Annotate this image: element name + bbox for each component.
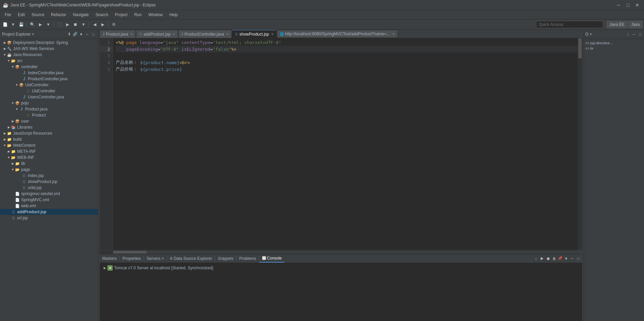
menu-refactor[interactable]: Refactor (48, 11, 69, 18)
tab-snippets[interactable]: Snippets (215, 255, 236, 263)
tab-product-java[interactable]: J Product.java ✕ (100, 30, 136, 38)
tree-deployment[interactable]: ▶ 📦 Deployment Descriptor: Spring (0, 40, 98, 46)
tree-js-resources[interactable]: ▶ 📁 JavaScript Resources (0, 130, 98, 136)
tab-product-controller[interactable]: J ProductController.java ✕ (178, 30, 232, 38)
code-editor[interactable]: 1 2 3 4 5 <%@ page language = "j (100, 38, 582, 250)
menu-project[interactable]: Project (112, 11, 131, 18)
close-tab-icon[interactable]: ✕ (392, 32, 395, 36)
close-button[interactable]: ✕ (633, 2, 641, 8)
outline-maximize-icon[interactable]: □ (637, 32, 643, 37)
collapse-all-icon[interactable]: ⬇ (66, 32, 72, 37)
toolbar-more[interactable]: ⚙ (110, 21, 117, 28)
tree-uid-controller-pkg[interactable]: ▼ 📦 UidController (0, 82, 98, 88)
tree-page[interactable]: ▼ 📂 page (0, 167, 98, 173)
tab-datasource[interactable]: ⚙ Data Source Explorer (167, 255, 215, 263)
toolbar-debug[interactable]: 🔍 (29, 21, 36, 28)
tree-product-java[interactable]: ▼ J Product.java (0, 106, 98, 112)
tree-urlid-jsp[interactable]: ▶ 🗋 urlid.jsp (0, 185, 98, 191)
scrollbar-thumb[interactable] (578, 38, 582, 58)
toolbar-nav-fwd[interactable]: ▶ (99, 21, 106, 28)
tree-java-resources[interactable]: ▼ ☕ Java Resources (0, 52, 98, 58)
scroll-lock-btn[interactable]: ↕ (533, 256, 539, 261)
tree-src[interactable]: ▼ 📂 src (0, 58, 98, 64)
minimize-bottom-btn[interactable]: ─ (570, 256, 575, 261)
outline-sync-icon[interactable]: ↕ (625, 32, 631, 37)
toolbar-btn5[interactable]: ⏹ (72, 21, 79, 28)
tree-meta-inf[interactable]: ▶ 📁 META-INF (0, 148, 98, 154)
outline-minimize-icon[interactable]: ─ (631, 32, 637, 37)
tree-uid-controller-class[interactable]: ▶ ☉ UidController (0, 88, 98, 94)
close-tab-icon[interactable]: ✕ (172, 32, 175, 36)
server-expand-icon[interactable]: ▶ (104, 266, 106, 270)
outline-item-br[interactable]: <> br (585, 46, 643, 51)
tree-user-pkg[interactable]: ▶ 📦 user (0, 118, 98, 124)
tree-add-product-jsp[interactable]: ▶ 🗋 addProduct.jsp (0, 209, 98, 215)
tab-properties[interactable]: Properties (120, 255, 144, 263)
code-content[interactable]: <%@ page language = "java" contentType =… (113, 38, 578, 250)
menu-edit[interactable]: Edit (14, 11, 28, 18)
toolbar-btn6[interactable]: ▼ (80, 21, 87, 28)
tree-pojo[interactable]: ▼ 📦 pojo (0, 100, 98, 106)
h-scrollbar-thumb[interactable] (113, 251, 147, 254)
tree-index-controller[interactable]: ▶ J IndexController.java (0, 70, 98, 76)
stop-btn[interactable]: ⏹ (545, 256, 551, 261)
tab-show-product-jsp[interactable]: 🗋 showProduct.jsp ✕ (232, 30, 277, 38)
tree-libraries[interactable]: ▶ 📚 Libraries (0, 124, 98, 130)
toolbar-run2[interactable]: ▼ (45, 21, 52, 28)
tree-index-jsp[interactable]: ▶ 🗋 index.jsp (0, 173, 98, 179)
close-tab-icon[interactable]: ✕ (271, 32, 274, 36)
horizontal-scrollbar[interactable] (100, 250, 582, 254)
tree-web-inf[interactable]: ▼ 📂 WEB-INF (0, 154, 98, 160)
close-tab-icon[interactable]: ✕ (130, 32, 133, 36)
java-perspective[interactable]: Java (628, 21, 643, 28)
toolbar-new[interactable]: 📄 (1, 21, 9, 28)
menu-window[interactable]: Window (145, 11, 166, 18)
tab-add-product-jsp[interactable]: 🗋 addProduct.jsp ✕ (136, 30, 178, 38)
tree-spring-mvc-xml[interactable]: ▶ 📄 SpringMVC.xml (0, 197, 98, 203)
tab-problems[interactable]: Problems (236, 255, 259, 263)
remove-all-btn[interactable]: 🗑 (551, 256, 557, 261)
tree-jaxws[interactable]: ▶ 🔧 JAX-WS Web Services (0, 46, 98, 52)
run-btn[interactable]: ▶ (539, 256, 545, 261)
close-tab-icon[interactable]: ✕ (226, 32, 229, 36)
toolbar-btn2[interactable]: ▼ (9, 21, 17, 28)
tab-browser[interactable]: 🌐 http://localhost:8080/SpringMVCTest/ad… (277, 30, 398, 38)
menu-help[interactable]: Help (166, 11, 181, 18)
panel-menu-icon[interactable]: ▼ (78, 32, 84, 37)
toolbar-btn3[interactable]: ⬛ (56, 21, 63, 28)
tree-users-controller[interactable]: ▶ J UsersController.java (0, 94, 98, 100)
menu-navigate[interactable]: Navigate (69, 11, 92, 18)
vertical-scrollbar[interactable] (578, 38, 582, 250)
toolbar-btn4[interactable]: ▶ (64, 21, 71, 28)
maximize-bottom-btn[interactable]: □ (576, 256, 581, 261)
toolbar-run[interactable]: ▶ (37, 21, 44, 28)
tree-url-jsp[interactable]: ▶ 🗋 url.jsp (0, 215, 98, 221)
java-ee-perspective[interactable]: Java EE (606, 21, 628, 28)
server-item[interactable]: ▶ 🖥 Tomcat v7.0 Server at localhost [Sta… (102, 264, 580, 272)
tree-build[interactable]: ▶ 📁 build (0, 136, 98, 142)
tree-springmvc-servlet[interactable]: ▶ 📄 springmvc-servlet.xml (0, 191, 98, 197)
tab-markers[interactable]: Markers (100, 255, 119, 263)
tree-lib[interactable]: ▶ 📁 lib (0, 160, 98, 167)
tree-controller[interactable]: ▼ 📦 controller (0, 64, 98, 70)
minimize-button[interactable]: ─ (614, 2, 623, 8)
tab-console[interactable]: ⬜ Console (259, 255, 284, 263)
menu-file[interactable]: File (1, 11, 14, 18)
maximize-button[interactable]: □ (624, 2, 632, 8)
menu-source[interactable]: Source (28, 11, 48, 18)
quick-access-input[interactable] (536, 21, 603, 28)
menu-search[interactable]: Search (92, 11, 112, 18)
tree-product-class[interactable]: ▶ ☉ Product (0, 112, 98, 118)
minimize-panel-icon[interactable]: ─ (85, 32, 90, 37)
toolbar-nav-back[interactable]: ◀ (91, 21, 98, 28)
pin-btn[interactable]: 📌 (557, 256, 563, 261)
menu-run[interactable]: Run (131, 11, 145, 18)
outline-item-directive[interactable]: <> jsp:directive... (585, 40, 643, 46)
toolbar-save[interactable]: 💾 (17, 21, 25, 28)
view-menu-btn[interactable]: ▼ (564, 256, 569, 261)
maximize-panel-icon[interactable]: □ (91, 32, 96, 37)
tree-product-controller-file[interactable]: ▶ J ProductController.java (0, 76, 98, 82)
tree-webcontent[interactable]: ▼ 📂 WebContent (0, 142, 98, 148)
link-editor-icon[interactable]: 🔗 (72, 32, 78, 37)
tree-show-product-jsp[interactable]: ▶ 🗋 showProduct.jsp (0, 179, 98, 185)
